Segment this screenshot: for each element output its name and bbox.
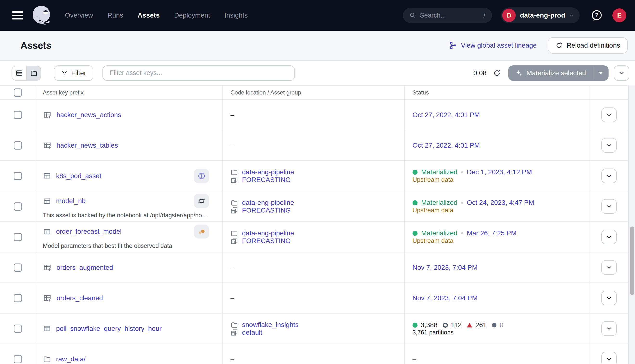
scrollbar-track[interactable] [628, 85, 635, 364]
code-location-link[interactable]: snowflake_insights [242, 321, 299, 329]
chevron-down-icon [606, 264, 612, 271]
noteable-badge-icon [194, 194, 209, 208]
table-row: model_nb [0, 192, 628, 222]
top-navigation-bar: Overview Runs Assets Deployment Insights… [0, 0, 635, 31]
asset-name-link[interactable]: order_forecast_model [56, 228, 122, 235]
row-expand-button[interactable] [601, 352, 617, 364]
materialization-date-link[interactable]: Oct 27, 2022, 4:01 PM [412, 111, 589, 119]
asset-name-link[interactable]: orders_cleaned [57, 294, 103, 302]
column-code-location: Code location / Asset group [230, 89, 301, 96]
asset-name-link[interactable]: hacker_news_actions [57, 111, 121, 119]
folder-view-icon [30, 69, 38, 77]
view-global-asset-lineage-link[interactable]: View global asset lineage [449, 42, 537, 49]
dagster-logo[interactable] [30, 4, 53, 26]
table-row: order_forecast_model [0, 222, 628, 252]
nav-overview[interactable]: Overview [65, 12, 93, 19]
chevron-down-icon [606, 234, 612, 240]
asset-name-link[interactable]: k8s_pod_asset [56, 172, 101, 180]
user-avatar[interactable]: E [612, 8, 626, 22]
row-expand-button[interactable] [601, 230, 617, 244]
asset-name-link[interactable]: poll_snowflake_query_history_hour [56, 325, 162, 332]
menu-icon[interactable] [12, 11, 23, 20]
row-expand-button[interactable] [601, 321, 617, 336]
row-expand-button[interactable] [601, 168, 617, 183]
materialization-date-link[interactable]: Dec 1, 2023, 4:12 PM [467, 168, 532, 176]
search-shortcut-hint: / [483, 12, 485, 19]
row-expand-button[interactable] [601, 291, 617, 305]
row-checkbox[interactable] [14, 141, 22, 150]
filter-button[interactable]: Filter [54, 66, 93, 81]
code-location-link[interactable]: data-eng-pipeline [242, 168, 294, 176]
row-expand-button[interactable] [601, 108, 617, 122]
materialized-label: Materialized [421, 168, 457, 176]
row-checkbox[interactable] [14, 172, 22, 180]
asset-name-link[interactable]: model_nb [56, 197, 86, 205]
nav-assets[interactable]: Assets [138, 12, 160, 19]
asset-group-link[interactable]: FORECASTING [242, 176, 291, 184]
dagster-assets-page: Overview Runs Assets Deployment Insights… [0, 0, 635, 364]
asset-group-link[interactable]: FORECASTING [242, 237, 291, 245]
asset-group-link[interactable]: default [242, 329, 262, 336]
materialized-label: Materialized [421, 229, 457, 237]
row-checkbox[interactable] [14, 355, 22, 363]
asset-prefix-icon [43, 141, 52, 150]
nav-deployment[interactable]: Deployment [174, 12, 210, 19]
select-all-checkbox[interactable] [14, 88, 22, 97]
reload-definitions-button[interactable]: Reload definitions [548, 37, 628, 54]
funnel-icon [61, 70, 68, 76]
asset-name-link[interactable]: hacker_news_tables [57, 142, 118, 149]
reload-button-label: Reload definitions [566, 42, 620, 49]
asset-name-link[interactable]: orders_augmented [57, 264, 113, 272]
filter-asset-keys-input[interactable] [103, 66, 295, 81]
scrollbar-thumb[interactable] [630, 226, 634, 295]
asset-group-link[interactable]: FORECASTING [242, 206, 291, 214]
failed-count: 261 [475, 321, 487, 329]
partition-counts-block: 3,388 112 261 0 3,761 partitions [412, 321, 589, 336]
row-checkbox[interactable] [14, 111, 22, 119]
nav-runs[interactable]: Runs [108, 12, 123, 19]
table-row: orders_augmented [0, 252, 628, 283]
page-header: Assets View global asset lineage Reload … [0, 31, 635, 60]
materialize-options-caret[interactable] [593, 66, 608, 81]
row-checkbox[interactable] [14, 233, 22, 241]
row-checkbox[interactable] [14, 264, 22, 272]
deployment-switcher[interactable]: D data-eng-prod [501, 8, 580, 23]
upstream-data-label: Upstream data [412, 237, 589, 244]
lineage-link-label: View global asset lineage [461, 42, 537, 49]
code-location-link[interactable]: data-eng-pipeline [242, 199, 294, 206]
row-checkbox[interactable] [14, 324, 22, 333]
refresh-button[interactable] [493, 69, 501, 77]
upstream-data-label: Upstream data [412, 176, 589, 184]
directory-view-toggle[interactable] [27, 66, 41, 80]
global-search-input[interactable]: Search... / [403, 8, 492, 23]
kubernetes-badge-icon [194, 169, 209, 183]
help-button[interactable]: ? [590, 8, 604, 22]
orange-dots-badge-icon [194, 224, 209, 238]
materialize-selected-button[interactable]: Materialize selected [508, 66, 593, 81]
deployment-badge: D [502, 9, 516, 22]
row-checkbox[interactable] [14, 202, 22, 210]
asset-name-link[interactable]: raw_data/ [56, 355, 86, 363]
caret-down-icon [599, 72, 603, 74]
chevron-down-icon [606, 204, 612, 210]
row-checkbox[interactable] [14, 294, 22, 302]
asset-table-icon [43, 324, 51, 333]
materialization-date-link[interactable]: Oct 24, 2023, 4:47 PM [467, 199, 534, 206]
materialization-date-link[interactable]: Mar 26, 7:25 PM [467, 229, 517, 237]
row-expand-button[interactable] [601, 260, 617, 275]
materialization-date-link[interactable]: Nov 7, 2023, 7:04 PM [412, 294, 589, 302]
help-icon: ? [590, 9, 603, 22]
table-row: raw_data/ [0, 344, 628, 364]
flat-view-toggle[interactable] [12, 66, 27, 80]
materialization-date-link[interactable]: Oct 27, 2022, 4:01 PM [412, 142, 589, 149]
row-expand-button[interactable] [601, 199, 617, 214]
materialization-date-link[interactable]: Nov 7, 2023, 7:04 PM [412, 264, 589, 272]
location-group-block: data-eng-pipeline FORECASTING [230, 229, 404, 245]
row-expand-button[interactable] [601, 138, 617, 153]
assets-table: Asset key prefix Code location / Asset g… [0, 85, 628, 364]
code-location-link[interactable]: data-eng-pipeline [242, 229, 294, 237]
sparkle-icon [515, 69, 523, 77]
chevron-down-icon [606, 356, 612, 362]
toolbar-more-dropdown-button[interactable] [614, 66, 629, 81]
nav-insights[interactable]: Insights [224, 12, 248, 19]
